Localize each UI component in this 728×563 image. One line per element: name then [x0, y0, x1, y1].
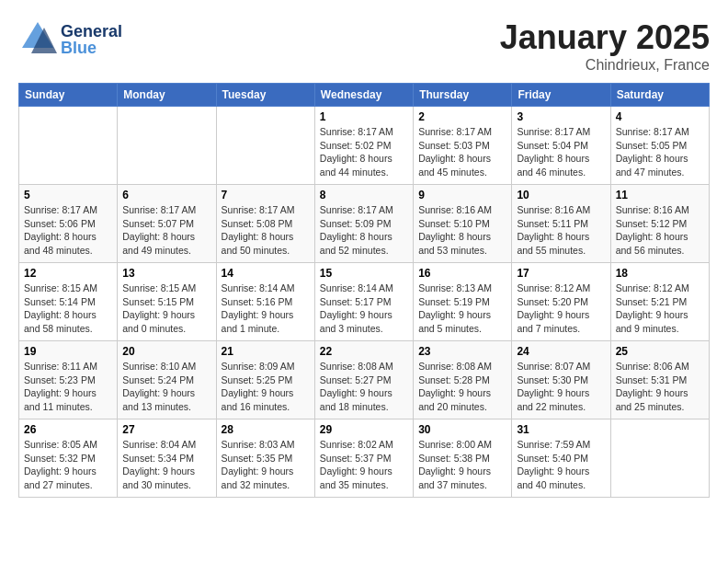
day-cell: 31Sunrise: 7:59 AM Sunset: 5:40 PM Dayli… [512, 419, 610, 498]
week-row-2: 5Sunrise: 8:17 AM Sunset: 5:06 PM Daylig… [19, 185, 710, 263]
title-block: January 2025 Chindrieux, France [500, 18, 710, 74]
header: General Blue January 2025 Chindrieux, Fr… [18, 18, 710, 74]
weekday-header-row: SundayMondayTuesdayWednesdayThursdayFrid… [19, 84, 710, 107]
day-info: Sunrise: 8:17 AM Sunset: 5:02 PM Dayligh… [320, 125, 408, 179]
day-number: 25 [616, 345, 704, 358]
day-info: Sunrise: 8:10 AM Sunset: 5:24 PM Dayligh… [122, 360, 210, 414]
day-info: Sunrise: 8:16 AM Sunset: 5:12 PM Dayligh… [616, 203, 704, 258]
day-cell: 19Sunrise: 8:11 AM Sunset: 5:23 PM Dayli… [19, 341, 118, 419]
day-cell: 25Sunrise: 8:06 AM Sunset: 5:31 PM Dayli… [610, 341, 709, 419]
day-number: 21 [222, 345, 310, 358]
day-number: 6 [122, 189, 210, 201]
day-info: Sunrise: 8:16 AM Sunset: 5:11 PM Dayligh… [517, 203, 605, 258]
logo-blue: Blue [61, 40, 122, 56]
day-cell: 18Sunrise: 8:12 AM Sunset: 5:21 PM Dayli… [610, 263, 709, 341]
day-number: 1 [320, 110, 408, 123]
week-row-5: 26Sunrise: 8:05 AM Sunset: 5:32 PM Dayli… [19, 419, 710, 498]
logo-icon [18, 18, 57, 61]
day-info: Sunrise: 8:17 AM Sunset: 5:07 PM Dayligh… [122, 203, 210, 258]
day-info: Sunrise: 8:17 AM Sunset: 5:09 PM Dayligh… [320, 203, 408, 258]
day-number: 18 [616, 267, 704, 280]
day-number: 27 [122, 423, 210, 436]
day-cell: 11Sunrise: 8:16 AM Sunset: 5:12 PM Dayli… [610, 185, 709, 263]
day-info: Sunrise: 8:03 AM Sunset: 5:35 PM Dayligh… [222, 438, 310, 492]
day-info: Sunrise: 8:17 AM Sunset: 5:06 PM Dayligh… [24, 203, 112, 258]
day-cell: 5Sunrise: 8:17 AM Sunset: 5:06 PM Daylig… [19, 185, 118, 263]
day-cell: 26Sunrise: 8:05 AM Sunset: 5:32 PM Dayli… [19, 419, 118, 498]
day-number: 19 [24, 345, 112, 358]
day-number: 4 [616, 110, 704, 123]
day-cell: 8Sunrise: 8:17 AM Sunset: 5:09 PM Daylig… [314, 185, 413, 263]
weekday-header-monday: Monday [118, 84, 216, 107]
day-number: 11 [616, 189, 704, 201]
day-info: Sunrise: 8:13 AM Sunset: 5:19 PM Dayligh… [418, 282, 506, 336]
day-cell: 28Sunrise: 8:03 AM Sunset: 5:35 PM Dayli… [216, 419, 314, 498]
day-number: 26 [24, 423, 112, 436]
day-info: Sunrise: 8:09 AM Sunset: 5:25 PM Dayligh… [222, 360, 310, 414]
day-cell: 15Sunrise: 8:14 AM Sunset: 5:17 PM Dayli… [314, 263, 413, 341]
week-row-1: 1Sunrise: 8:17 AM Sunset: 5:02 PM Daylig… [19, 107, 710, 185]
day-info: Sunrise: 8:07 AM Sunset: 5:30 PM Dayligh… [517, 360, 605, 414]
weekday-header-saturday: Saturday [610, 84, 709, 107]
day-cell: 16Sunrise: 8:13 AM Sunset: 5:19 PM Dayli… [414, 263, 512, 341]
day-info: Sunrise: 8:12 AM Sunset: 5:20 PM Dayligh… [517, 282, 605, 336]
day-number: 13 [122, 267, 210, 280]
day-cell [610, 419, 709, 498]
day-cell: 7Sunrise: 8:17 AM Sunset: 5:08 PM Daylig… [216, 185, 314, 263]
day-cell [19, 107, 118, 185]
day-number: 12 [24, 267, 112, 280]
day-info: Sunrise: 8:06 AM Sunset: 5:31 PM Dayligh… [616, 360, 704, 414]
day-cell: 1Sunrise: 8:17 AM Sunset: 5:02 PM Daylig… [314, 107, 413, 185]
day-info: Sunrise: 8:05 AM Sunset: 5:32 PM Dayligh… [24, 438, 112, 492]
day-info: Sunrise: 8:00 AM Sunset: 5:38 PM Dayligh… [418, 438, 506, 492]
calendar: SundayMondayTuesdayWednesdayThursdayFrid… [18, 83, 710, 498]
day-info: Sunrise: 8:12 AM Sunset: 5:21 PM Dayligh… [616, 282, 704, 336]
weekday-header-friday: Friday [512, 84, 610, 107]
day-cell [216, 107, 314, 185]
day-info: Sunrise: 8:14 AM Sunset: 5:16 PM Dayligh… [222, 282, 310, 336]
day-number: 23 [418, 345, 506, 358]
day-cell: 10Sunrise: 8:16 AM Sunset: 5:11 PM Dayli… [512, 185, 610, 263]
day-info: Sunrise: 8:15 AM Sunset: 5:15 PM Dayligh… [122, 282, 210, 336]
day-number: 10 [517, 189, 605, 201]
day-number: 8 [320, 189, 408, 201]
location: Chindrieux, France [500, 57, 710, 74]
day-number: 14 [222, 267, 310, 280]
day-info: Sunrise: 8:17 AM Sunset: 5:05 PM Dayligh… [616, 125, 704, 179]
day-info: Sunrise: 8:17 AM Sunset: 5:04 PM Dayligh… [517, 125, 605, 179]
day-cell: 13Sunrise: 8:15 AM Sunset: 5:15 PM Dayli… [118, 263, 216, 341]
day-info: Sunrise: 8:14 AM Sunset: 5:17 PM Dayligh… [320, 282, 408, 336]
day-cell [118, 107, 216, 185]
logo-general: General [61, 23, 122, 40]
day-cell: 12Sunrise: 8:15 AM Sunset: 5:14 PM Dayli… [19, 263, 118, 341]
day-number: 7 [222, 189, 310, 201]
day-cell: 24Sunrise: 8:07 AM Sunset: 5:30 PM Dayli… [512, 341, 610, 419]
logo-text-block: General Blue [61, 23, 122, 56]
day-cell: 3Sunrise: 8:17 AM Sunset: 5:04 PM Daylig… [512, 107, 610, 185]
day-cell: 20Sunrise: 8:10 AM Sunset: 5:24 PM Dayli… [118, 341, 216, 419]
day-number: 3 [517, 110, 605, 123]
weekday-header-tuesday: Tuesday [216, 84, 314, 107]
day-cell: 4Sunrise: 8:17 AM Sunset: 5:05 PM Daylig… [610, 107, 709, 185]
day-cell: 9Sunrise: 8:16 AM Sunset: 5:10 PM Daylig… [414, 185, 512, 263]
day-info: Sunrise: 8:04 AM Sunset: 5:34 PM Dayligh… [122, 438, 210, 492]
day-number: 30 [418, 423, 506, 436]
day-number: 5 [24, 189, 112, 201]
day-info: Sunrise: 8:16 AM Sunset: 5:10 PM Dayligh… [418, 203, 506, 258]
day-info: Sunrise: 8:02 AM Sunset: 5:37 PM Dayligh… [320, 438, 408, 492]
day-cell: 27Sunrise: 8:04 AM Sunset: 5:34 PM Dayli… [118, 419, 216, 498]
day-number: 31 [517, 423, 605, 436]
weekday-header-sunday: Sunday [19, 84, 118, 107]
day-info: Sunrise: 8:15 AM Sunset: 5:14 PM Dayligh… [24, 282, 112, 336]
day-cell: 30Sunrise: 8:00 AM Sunset: 5:38 PM Dayli… [414, 419, 512, 498]
day-info: Sunrise: 8:17 AM Sunset: 5:08 PM Dayligh… [222, 203, 310, 258]
day-info: Sunrise: 8:08 AM Sunset: 5:27 PM Dayligh… [320, 360, 408, 414]
day-cell: 2Sunrise: 8:17 AM Sunset: 5:03 PM Daylig… [414, 107, 512, 185]
day-cell: 29Sunrise: 8:02 AM Sunset: 5:37 PM Dayli… [314, 419, 413, 498]
day-info: Sunrise: 8:11 AM Sunset: 5:23 PM Dayligh… [24, 360, 112, 414]
day-number: 15 [320, 267, 408, 280]
day-info: Sunrise: 8:08 AM Sunset: 5:28 PM Dayligh… [418, 360, 506, 414]
page: General Blue January 2025 Chindrieux, Fr… [0, 0, 728, 507]
weekday-header-wednesday: Wednesday [314, 84, 413, 107]
weekday-header-thursday: Thursday [414, 84, 512, 107]
